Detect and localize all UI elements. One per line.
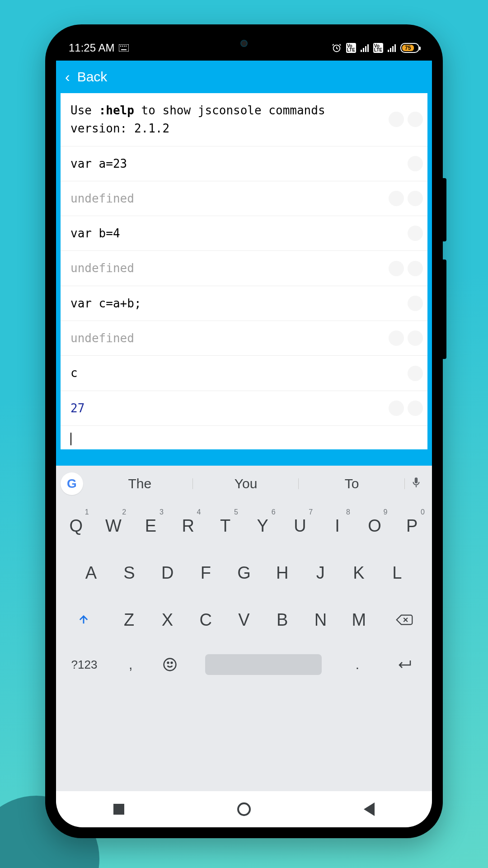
svg-point-9 <box>167 662 169 664</box>
console-input: var a=23 <box>61 146 427 181</box>
volte-icon: VoLTE <box>346 43 356 53</box>
row-actions[interactable] <box>408 366 423 381</box>
row-actions[interactable] <box>408 156 423 171</box>
key-q[interactable]: Q1 <box>59 505 94 546</box>
key-g[interactable]: G <box>226 552 262 593</box>
suggestion-3[interactable]: To <box>299 476 405 491</box>
mic-icon[interactable] <box>405 475 427 493</box>
phone-screen: 11:25 AM VoLTE VoLTE 75 ‹ Back <box>56 35 432 827</box>
backspace-key[interactable] <box>380 599 429 640</box>
row-actions[interactable] <box>389 330 423 346</box>
key-e[interactable]: E3 <box>133 505 168 546</box>
row-actions[interactable] <box>389 261 423 276</box>
phone-side-button <box>443 178 446 241</box>
status-time: 11:25 AM <box>69 42 114 54</box>
period-key[interactable]: . <box>339 646 376 683</box>
key-n[interactable]: N <box>303 599 338 640</box>
signal-icon <box>361 44 369 52</box>
console-output: undefined <box>61 181 427 216</box>
intro-cmd: :help <box>99 104 134 117</box>
console-container: Use :help to show jsconsole commands ver… <box>56 93 432 466</box>
console-input-line[interactable] <box>61 426 427 449</box>
row-actions[interactable] <box>408 226 423 241</box>
symbols-key[interactable]: ?123 <box>59 646 110 683</box>
key-d[interactable]: D <box>150 552 185 593</box>
svg-point-8 <box>164 659 176 671</box>
key-w[interactable]: W2 <box>96 505 131 546</box>
key-b[interactable]: B <box>264 599 300 640</box>
shift-key[interactable] <box>59 599 108 640</box>
console[interactable]: Use :help to show jsconsole commands ver… <box>61 93 427 449</box>
version-line: version: 2.1.2 <box>70 119 418 137</box>
phone-side-button <box>443 259 446 359</box>
recents-button[interactable] <box>110 800 128 818</box>
keyboard-row-3: ZXCVBNM <box>59 599 429 640</box>
google-icon[interactable]: G <box>61 472 83 495</box>
android-navbar <box>56 791 432 827</box>
row-actions[interactable] <box>389 401 423 416</box>
console-output: undefined <box>61 251 427 286</box>
key-m[interactable]: M <box>341 599 377 640</box>
phone-notch <box>185 35 303 52</box>
row-actions[interactable] <box>408 296 423 311</box>
console-output: undefined <box>61 321 427 356</box>
row-actions[interactable] <box>389 112 423 127</box>
console-input: var c=a+b; <box>61 286 427 321</box>
key-v[interactable]: V <box>226 599 262 640</box>
comma-key[interactable]: , <box>113 646 149 683</box>
svg-rect-4 <box>126 46 127 47</box>
soft-keyboard: G The You To Q1W2E3R4T5Y6U7I8O9P0 ASDFGH… <box>56 466 432 791</box>
suggestion-1[interactable]: The <box>87 476 193 491</box>
key-o[interactable]: O9 <box>357 505 392 546</box>
battery-icon: 75 <box>400 43 419 53</box>
key-h[interactable]: H <box>264 552 300 593</box>
console-input: c <box>61 356 427 391</box>
phone-frame: 11:25 AM VoLTE VoLTE 75 ‹ Back <box>45 24 443 838</box>
key-t[interactable]: T5 <box>208 505 243 546</box>
svg-rect-7 <box>416 485 417 487</box>
key-u[interactable]: U7 <box>283 505 318 546</box>
key-y[interactable]: Y6 <box>245 505 280 546</box>
home-button[interactable] <box>235 800 253 818</box>
key-f[interactable]: F <box>188 552 224 593</box>
space-key[interactable] <box>191 646 336 683</box>
alarm-icon <box>332 43 342 53</box>
suggestion-bar: G The You To <box>56 466 432 502</box>
intro-prefix: Use <box>70 104 99 117</box>
back-nav-button[interactable] <box>360 800 378 818</box>
key-j[interactable]: J <box>303 552 338 593</box>
keyboard-row-2: ASDFGHJKL <box>59 552 429 593</box>
key-c[interactable]: C <box>188 599 224 640</box>
volte-icon: VoLTE <box>373 43 383 53</box>
row-actions[interactable] <box>389 191 423 206</box>
key-a[interactable]: A <box>73 552 109 593</box>
back-button[interactable]: Back <box>77 69 108 85</box>
console-intro: Use :help to show jsconsole commands ver… <box>61 93 427 146</box>
enter-key[interactable] <box>378 646 429 683</box>
back-icon[interactable]: ‹ <box>65 69 70 85</box>
key-l[interactable]: L <box>379 552 415 593</box>
battery-level: 75 <box>402 45 414 51</box>
keyboard-row-4: ?123 , . <box>59 646 429 683</box>
app-header: ‹ Back <box>56 61 432 93</box>
intro-suffix: to show jsconsole commands <box>134 104 325 117</box>
emoji-key[interactable] <box>151 646 188 683</box>
key-z[interactable]: Z <box>111 599 147 640</box>
signal-icon <box>388 44 396 52</box>
console-input: var b=4 <box>61 216 427 251</box>
suggestion-2[interactable]: You <box>193 476 299 491</box>
keyboard-indicator-icon <box>119 44 129 52</box>
text-cursor <box>70 433 71 445</box>
key-i[interactable]: I8 <box>320 505 355 546</box>
key-s[interactable]: S <box>112 552 147 593</box>
svg-rect-3 <box>124 46 125 47</box>
svg-rect-0 <box>119 44 129 52</box>
key-p[interactable]: P0 <box>394 505 429 546</box>
key-r[interactable]: R4 <box>171 505 206 546</box>
svg-point-10 <box>171 662 172 664</box>
key-k[interactable]: K <box>341 552 377 593</box>
key-x[interactable]: X <box>150 599 185 640</box>
keyboard-row-1: Q1W2E3R4T5Y6U7I8O9P0 <box>59 505 429 546</box>
console-result: 27 <box>61 391 427 426</box>
svg-rect-1 <box>120 46 121 47</box>
